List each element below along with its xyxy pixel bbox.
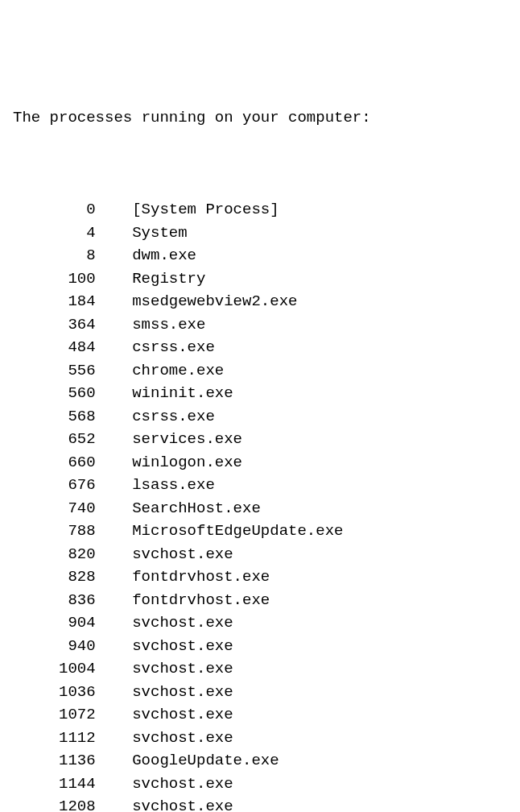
process-pid: 940 xyxy=(13,635,96,658)
process-row: 556 chrome.exe xyxy=(13,359,507,383)
process-row: 904 svchost.exe xyxy=(13,611,507,635)
process-name: svchost.exe xyxy=(132,611,233,635)
process-row: 1144 svchost.exe xyxy=(13,773,507,796)
column-gap xyxy=(96,198,133,222)
process-pid: 740 xyxy=(13,497,96,520)
process-pid: 1072 xyxy=(13,703,96,727)
process-pid: 568 xyxy=(13,405,96,429)
process-name: System xyxy=(132,222,187,245)
process-pid: 484 xyxy=(13,336,96,359)
process-row: 788 MicrosoftEdgeUpdate.exe xyxy=(13,520,507,543)
process-row: 1136 GoogleUpdate.exe xyxy=(13,749,507,773)
process-pid: 904 xyxy=(13,611,96,635)
process-pid: 820 xyxy=(13,543,96,566)
process-list: 0 [System Process]4 System8 dwm.exe100 R… xyxy=(13,198,507,812)
process-row: 740 SearchHost.exe xyxy=(13,497,507,520)
process-name: GoogleUpdate.exe xyxy=(132,749,279,773)
column-gap xyxy=(96,451,133,474)
column-gap xyxy=(96,520,133,543)
column-gap xyxy=(96,336,133,359)
process-name: services.exe xyxy=(132,428,242,451)
column-gap xyxy=(96,657,133,681)
column-gap xyxy=(96,474,133,497)
process-row: 568 csrss.exe xyxy=(13,405,507,429)
process-name: csrss.exe xyxy=(132,405,215,429)
process-row: 1072 svchost.exe xyxy=(13,703,507,727)
process-row: 8 dwm.exe xyxy=(13,244,507,267)
process-name: lsass.exe xyxy=(132,474,215,497)
process-row: 1036 svchost.exe xyxy=(13,681,507,704)
process-row: 184 msedgewebview2.exe xyxy=(13,290,507,313)
process-pid: 676 xyxy=(13,474,96,497)
column-gap xyxy=(96,635,133,658)
process-row: 4 System xyxy=(13,222,507,245)
process-name: svchost.exe xyxy=(132,703,233,727)
column-gap xyxy=(96,405,133,429)
process-name: MicrosoftEdgeUpdate.exe xyxy=(132,520,343,543)
process-name: msedgewebview2.exe xyxy=(132,290,297,313)
column-gap xyxy=(96,359,133,383)
process-pid: 1036 xyxy=(13,681,96,704)
process-name: SearchHost.exe xyxy=(132,497,261,520)
column-gap xyxy=(96,703,133,727)
process-pid: 364 xyxy=(13,313,96,337)
process-name: Registry xyxy=(132,267,205,291)
process-name: fontdrvhost.exe xyxy=(132,566,270,589)
process-pid: 556 xyxy=(13,359,96,383)
column-gap xyxy=(96,681,133,704)
column-gap xyxy=(96,222,133,245)
process-pid: 560 xyxy=(13,382,96,405)
process-pid: 828 xyxy=(13,566,96,589)
process-pid: 1112 xyxy=(13,727,96,750)
column-gap xyxy=(96,773,133,796)
process-pid: 0 xyxy=(13,198,96,222)
process-pid: 8 xyxy=(13,244,96,267)
column-gap xyxy=(96,566,133,589)
process-row: 484 csrss.exe xyxy=(13,336,507,359)
process-name: svchost.exe xyxy=(132,795,233,812)
heading: The processes running on your computer: xyxy=(13,106,507,130)
process-name: fontdrvhost.exe xyxy=(132,589,270,612)
process-name: wininit.exe xyxy=(132,382,233,405)
process-row: 652 services.exe xyxy=(13,428,507,451)
process-name: smss.exe xyxy=(132,313,205,337)
column-gap xyxy=(96,244,133,267)
column-gap xyxy=(96,267,133,291)
column-gap xyxy=(96,313,133,337)
column-gap xyxy=(96,543,133,566)
process-row: 100 Registry xyxy=(13,267,507,291)
column-gap xyxy=(96,795,133,812)
process-name: svchost.exe xyxy=(132,727,233,750)
column-gap xyxy=(96,290,133,313)
process-row: 0 [System Process] xyxy=(13,198,507,222)
process-pid: 100 xyxy=(13,267,96,291)
process-row: 560 wininit.exe xyxy=(13,382,507,405)
process-row: 1004 svchost.exe xyxy=(13,657,507,681)
process-pid: 1208 xyxy=(13,795,96,812)
process-pid: 1136 xyxy=(13,749,96,773)
process-name: [System Process] xyxy=(132,198,279,222)
process-name: svchost.exe xyxy=(132,681,233,704)
process-name: csrss.exe xyxy=(132,336,215,359)
process-row: 820 svchost.exe xyxy=(13,543,507,566)
process-name: svchost.exe xyxy=(132,635,233,658)
process-name: svchost.exe xyxy=(132,773,233,796)
process-pid: 184 xyxy=(13,290,96,313)
blank-line xyxy=(13,152,507,176)
column-gap xyxy=(96,428,133,451)
process-pid: 1004 xyxy=(13,657,96,681)
process-row: 676 lsass.exe xyxy=(13,474,507,497)
process-row: 940 svchost.exe xyxy=(13,635,507,658)
process-pid: 4 xyxy=(13,222,96,245)
process-pid: 836 xyxy=(13,589,96,612)
column-gap xyxy=(96,589,133,612)
column-gap xyxy=(96,497,133,520)
column-gap xyxy=(96,727,133,750)
process-name: svchost.exe xyxy=(132,543,233,566)
column-gap xyxy=(96,749,133,773)
process-name: chrome.exe xyxy=(132,359,224,383)
process-pid: 788 xyxy=(13,520,96,543)
process-row: 836 fontdrvhost.exe xyxy=(13,589,507,612)
process-row: 1112 svchost.exe xyxy=(13,727,507,750)
process-row: 828 fontdrvhost.exe xyxy=(13,566,507,589)
